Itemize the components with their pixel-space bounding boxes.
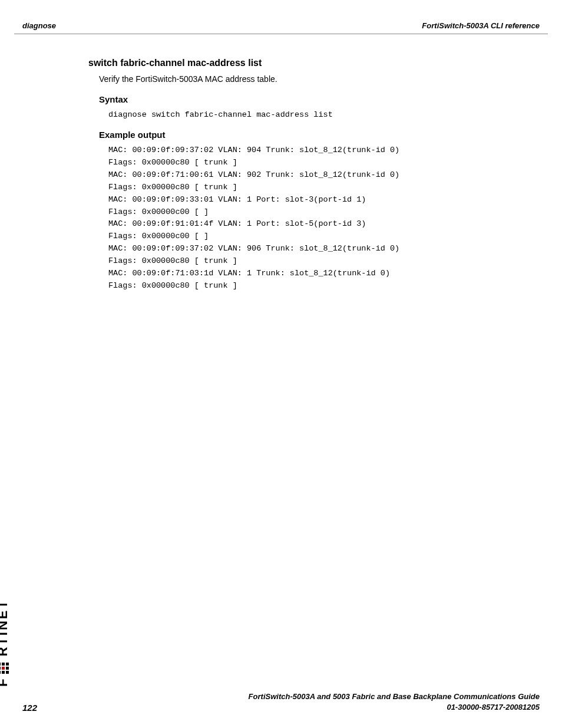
footer-line-2: 01-30000-85717-20081205 [249,702,540,713]
brand-logo: F RTINET [0,599,11,687]
syntax-code: diagnose switch fabric-channel mac-addre… [108,109,527,121]
footer-lines: FortiSwitch-5003A and 5003 Fabric and Ba… [249,691,540,713]
logo-prefix: F [0,677,11,687]
header-rule [14,34,548,34]
content-area: switch fabric-channel mac-address list V… [0,34,562,292]
logo-text: RTINET [0,599,11,656]
header-right: FortiSwitch-5003A CLI reference [422,21,540,30]
page-footer: 122 FortiSwitch-5003A and 5003 Fabric an… [0,691,562,713]
example-output-code: MAC: 00:09:0f:09:37:02 VLAN: 904 Trunk: … [108,144,527,292]
header-left: diagnose [22,21,56,30]
page-header: diagnose FortiSwitch-5003A CLI reference [0,0,562,34]
logo-mark-icon [0,663,9,674]
example-output-heading: Example output [99,130,527,140]
section-title: switch fabric-channel mac-address list [88,58,527,68]
syntax-heading: Syntax [99,94,527,104]
footer-line-1: FortiSwitch-5003A and 5003 Fabric and Ba… [249,691,540,702]
page-number: 122 [22,703,37,713]
section-description: Verify the FortiSwitch-5003A MAC address… [99,74,527,84]
